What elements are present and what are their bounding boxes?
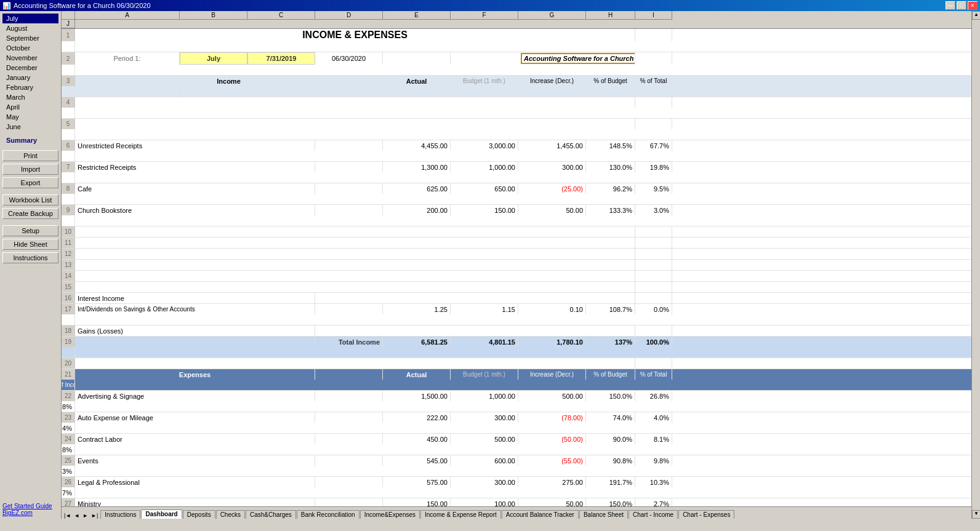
cell-24-increase: (50.00)	[518, 434, 586, 444]
scroll-up-button[interactable]: ▲	[972, 11, 980, 20]
cell-24-budget: 500.00	[451, 434, 518, 444]
close-button[interactable]: ✕	[968, 1, 978, 10]
sidebar-item-december[interactable]: December	[2, 63, 58, 73]
get-started-link[interactable]: Get Started Guide	[2, 503, 58, 509]
instructions-button[interactable]: Instructions	[2, 252, 58, 263]
sidebar-item-july[interactable]: July	[2, 14, 58, 23]
cell-income-header: Income	[75, 76, 383, 86]
cell-expenses-header: Expenses	[75, 369, 315, 380]
scroll-down-button[interactable]: ▼	[972, 510, 980, 519]
tab-arrow-last[interactable]: ►|	[90, 513, 99, 519]
tab-arrow-prev[interactable]: ◄	[73, 513, 81, 519]
create-backup-button[interactable]: Create Backup	[2, 208, 58, 219]
cell-25-pct-total: 9.8%	[635, 455, 672, 466]
cell-23-actual: 222.00	[383, 412, 451, 423]
export-button[interactable]: Export	[2, 177, 58, 188]
tab-arrow-first[interactable]: |◄	[63, 513, 72, 519]
cell-2-j	[62, 65, 75, 75]
col-header-g: G	[518, 11, 586, 20]
sidebar-item-may[interactable]: May	[2, 112, 58, 122]
row-num-12: 12	[62, 249, 75, 259]
row-num-11: 11	[62, 238, 75, 248]
workbook-list-button[interactable]: Workbook List	[2, 194, 58, 206]
tab-chart-income[interactable]: Chart - Income	[629, 510, 678, 519]
cell-17-i	[62, 314, 75, 325]
cell-7-pct-total: 19.8%	[635, 162, 672, 172]
cell-3-i	[62, 86, 75, 97]
import-button[interactable]: Import	[2, 164, 58, 175]
cell-3-j	[75, 86, 180, 97]
row-5: 5	[62, 119, 971, 140]
sidebar-item-february[interactable]: February	[2, 82, 58, 92]
row-4: 4	[62, 97, 971, 119]
cell-22-increase: 500.00	[518, 391, 586, 401]
cell-22-d	[315, 391, 383, 401]
cell-22-pct-income: 22.8%	[62, 401, 75, 412]
sidebar-item-january[interactable]: January	[2, 73, 58, 82]
sidebar-item-summary[interactable]: Summary	[2, 135, 58, 145]
bigez-link[interactable]: BigEZ.com	[2, 509, 58, 516]
minimize-button[interactable]: —	[946, 1, 955, 10]
vertical-scrollbar[interactable]: ▲ ▼	[971, 11, 980, 519]
tab-arrow-next[interactable]: ►	[81, 513, 89, 519]
cell-21-pct-budget: % of Budget	[586, 369, 635, 380]
cell-8-actual: 625.00	[383, 183, 451, 194]
col-header-e: E	[383, 11, 451, 20]
setup-button[interactable]: Setup	[2, 225, 58, 236]
hide-sheet-button[interactable]: Hide Sheet	[2, 239, 58, 250]
tab-dashboard[interactable]: Dashboard	[141, 509, 182, 519]
print-button[interactable]: Print	[2, 150, 58, 161]
cell-15-i	[635, 282, 672, 292]
cell-14-i	[635, 271, 672, 281]
cell-21-increase: Increase (Decr.)	[518, 369, 586, 380]
sidebar-item-september[interactable]: September	[2, 33, 58, 43]
cell-24-pct-budget: 90.0%	[586, 434, 635, 444]
row-17: 17 Int/Dividends on Savings & Other Acco…	[62, 304, 971, 325]
tab-balance-sheet[interactable]: Balance Sheet	[579, 510, 628, 519]
row-26: 26 Legal & Professional 575.00 300.00 27…	[62, 477, 971, 498]
tab-account-balance-tracker[interactable]: Account Balance Tracker	[502, 510, 579, 519]
cell-17-actual: 1.25	[383, 304, 451, 314]
sidebar-item-april[interactable]: April	[2, 102, 58, 112]
cell-6-pct-total: 67.7%	[635, 140, 672, 151]
cell-24-pct-income: 6.8%	[62, 444, 75, 455]
tab-instructions[interactable]: Instructions	[100, 510, 140, 519]
row-num-25: 25	[62, 455, 75, 466]
tab-cash-charges[interactable]: Cash&Charges	[246, 510, 296, 519]
tab-navigation[interactable]: |◄ ◄ ► ►|	[62, 513, 100, 519]
cell-17-budget: 1.15	[451, 304, 518, 314]
tab-deposits[interactable]: Deposits	[183, 510, 215, 519]
tab-income-expenses[interactable]: Income&Expenses	[360, 510, 420, 519]
sidebar-item-october[interactable]: October	[2, 43, 58, 53]
tab-chart-expenses[interactable]: Chart - Expenses	[678, 510, 734, 519]
cell-11	[75, 238, 635, 248]
cell-9-budget: 150.00	[451, 205, 518, 215]
cell-26-actual: 575.00	[383, 477, 451, 487]
cell-4-a	[75, 97, 635, 108]
sidebar-item-march[interactable]: March	[2, 92, 58, 102]
cell-23-pct-income: 3.4%	[62, 423, 75, 433]
sidebar-item-june[interactable]: June	[2, 122, 58, 132]
maximize-button[interactable]: □	[957, 1, 966, 10]
row-num-2: 2	[62, 52, 75, 65]
tab-bank-reconciliation[interactable]: Bank Reconciliation	[297, 510, 359, 519]
cell-9-i	[62, 215, 75, 226]
sidebar-item-august[interactable]: August	[2, 23, 58, 33]
cell-3-pct-total: % of Total	[635, 76, 672, 86]
cell-19-i	[62, 347, 75, 357]
tab-income-expense-report[interactable]: Income & Expense Report	[420, 510, 501, 519]
row-num-10: 10	[62, 226, 75, 237]
cell-25-label: Events	[75, 455, 315, 466]
col-header-c: C	[247, 11, 315, 20]
title-bar-controls[interactable]: — □ ✕	[946, 1, 978, 10]
cell-18-label: Gains (Losses)	[75, 325, 315, 336]
cell-19-actual: 6,581.25	[383, 337, 451, 347]
col-header-b: B	[180, 11, 247, 20]
cell-23-pct-budget: 74.0%	[586, 412, 635, 423]
cell-9-label: Church Bookstore	[75, 205, 315, 215]
cell-3-budget: Budget (1 mth.)	[451, 76, 518, 86]
sidebar-item-november[interactable]: November	[2, 53, 58, 63]
tab-checks[interactable]: Checks	[216, 510, 245, 519]
cell-22-pct-budget: 150.0%	[586, 391, 635, 401]
cell-8-pct-total: 9.5%	[635, 183, 672, 194]
